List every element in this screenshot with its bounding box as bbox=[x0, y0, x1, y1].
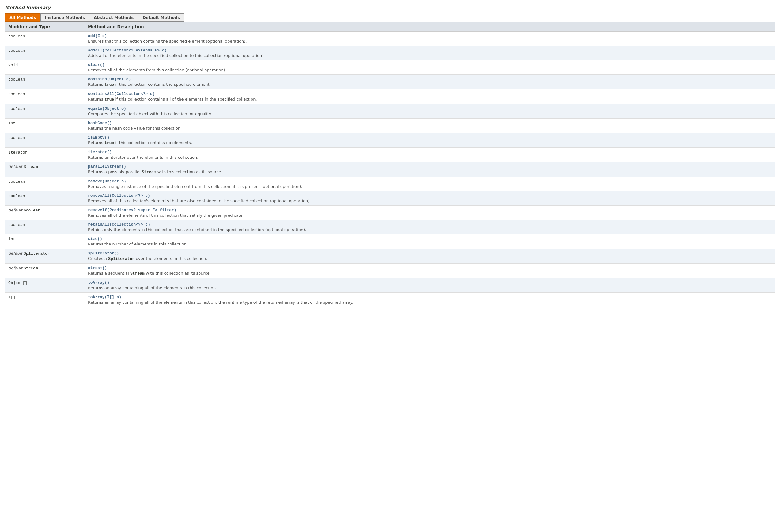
method-desc-cell: size()Returns the number of elements in … bbox=[85, 234, 775, 249]
method-desc-cell: toArray()Returns an array containing all… bbox=[85, 278, 775, 293]
method-desc-cell: parallelStream()Returns a possibly paral… bbox=[85, 162, 775, 177]
table-row: T[]toArray(T[] a)Returns an array contai… bbox=[5, 293, 775, 307]
method-desc-cell: retainAll(Collection<?> c)Retains only t… bbox=[85, 220, 775, 234]
section-title: Method Summary bbox=[5, 5, 775, 10]
table-row: default booleanremoveIf(Predicate<? supe… bbox=[5, 206, 775, 220]
table-row: voidclear()Removes all of the elements f… bbox=[5, 60, 775, 75]
modifier-type-cell: default Stream bbox=[5, 162, 85, 177]
modifier-type-cell: boolean bbox=[5, 191, 85, 206]
modifier-type-cell: boolean bbox=[5, 32, 85, 46]
table-row: Iteratoriterator()Returns an iterator ov… bbox=[5, 148, 775, 162]
method-desc-cell: removeIf(Predicate<? super E> filter)Rem… bbox=[85, 206, 775, 220]
col-header-modifier: Modifier and Type bbox=[5, 22, 85, 32]
table-row: booleanaddAll(Collection<? extends E> c)… bbox=[5, 46, 775, 60]
table-row: booleanequals(Object o)Compares the spec… bbox=[5, 104, 775, 118]
tab-bar: All Methods Instance Methods Abstract Me… bbox=[5, 13, 775, 22]
table-row: Object[]toArray()Returns an array contai… bbox=[5, 278, 775, 293]
tab-instance-methods[interactable]: Instance Methods bbox=[40, 13, 89, 22]
tab-all-methods[interactable]: All Methods bbox=[5, 13, 40, 22]
table-row: booleanadd(E e)Ensures that this collect… bbox=[5, 32, 775, 46]
modifier-type-cell: default Stream bbox=[5, 263, 85, 278]
modifier-type-cell: default Spliterator bbox=[5, 249, 85, 263]
table-header-row: Modifier and Type Method and Description bbox=[5, 22, 775, 32]
modifier-type-cell: boolean bbox=[5, 90, 85, 104]
tab-abstract-methods[interactable]: Abstract Methods bbox=[89, 13, 138, 22]
table-row: booleanremove(Object o)Removes a single … bbox=[5, 177, 775, 191]
method-desc-cell: isEmpty()Returns true if this collection… bbox=[85, 133, 775, 148]
table-row: default Streamstream()Returns a sequenti… bbox=[5, 263, 775, 278]
modifier-type-cell: Iterator bbox=[5, 148, 85, 162]
table-row: intsize()Returns the number of elements … bbox=[5, 234, 775, 249]
modifier-type-cell: Object[] bbox=[5, 278, 85, 293]
table-row: booleancontainsAll(Collection<?> c)Retur… bbox=[5, 90, 775, 104]
method-desc-cell: addAll(Collection<? extends E> c)Adds al… bbox=[85, 46, 775, 60]
modifier-type-cell: boolean bbox=[5, 220, 85, 234]
modifier-type-cell: boolean bbox=[5, 46, 85, 60]
method-summary-table: Modifier and Type Method and Description… bbox=[5, 22, 775, 307]
method-desc-cell: contains(Object o)Returns true if this c… bbox=[85, 75, 775, 90]
table-row: inthashCode()Returns the hash code value… bbox=[5, 118, 775, 133]
method-desc-cell: clear()Removes all of the elements from … bbox=[85, 60, 775, 75]
method-desc-cell: remove(Object o)Removes a single instanc… bbox=[85, 177, 775, 191]
modifier-type-cell: int bbox=[5, 234, 85, 249]
tab-default-methods[interactable]: Default Methods bbox=[138, 13, 185, 22]
modifier-type-cell: int bbox=[5, 118, 85, 133]
modifier-type-cell: default boolean bbox=[5, 206, 85, 220]
col-header-method: Method and Description bbox=[85, 22, 775, 32]
table-row: booleanisEmpty()Returns true if this col… bbox=[5, 133, 775, 148]
modifier-type-cell: boolean bbox=[5, 104, 85, 118]
method-desc-cell: iterator()Returns an iterator over the e… bbox=[85, 148, 775, 162]
method-desc-cell: stream()Returns a sequential Stream with… bbox=[85, 263, 775, 278]
table-row: default Spliteratorspliterator()Creates … bbox=[5, 249, 775, 263]
modifier-type-cell: boolean bbox=[5, 133, 85, 148]
table-row: booleanretainAll(Collection<?> c)Retains… bbox=[5, 220, 775, 234]
table-row: booleancontains(Object o)Returns true if… bbox=[5, 75, 775, 90]
table-row: default StreamparallelStream()Returns a … bbox=[5, 162, 775, 177]
modifier-type-cell: boolean bbox=[5, 177, 85, 191]
method-desc-cell: equals(Object o)Compares the specified o… bbox=[85, 104, 775, 118]
method-desc-cell: hashCode()Returns the hash code value fo… bbox=[85, 118, 775, 133]
method-desc-cell: removeAll(Collection<?> c)Removes all of… bbox=[85, 191, 775, 206]
method-desc-cell: add(E e)Ensures that this collection con… bbox=[85, 32, 775, 46]
modifier-type-cell: T[] bbox=[5, 293, 85, 307]
method-desc-cell: toArray(T[] a)Returns an array containin… bbox=[85, 293, 775, 307]
table-row: booleanremoveAll(Collection<?> c)Removes… bbox=[5, 191, 775, 206]
modifier-type-cell: boolean bbox=[5, 75, 85, 90]
modifier-type-cell: void bbox=[5, 60, 85, 75]
method-desc-cell: spliterator()Creates a Spliterator over … bbox=[85, 249, 775, 263]
method-desc-cell: containsAll(Collection<?> c)Returns true… bbox=[85, 90, 775, 104]
